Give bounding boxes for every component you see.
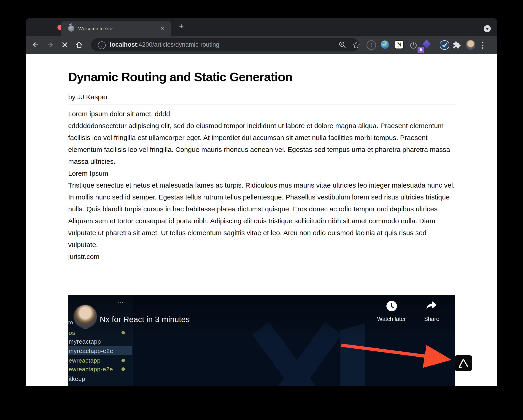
explorer-item-ewreactapp: ewreactapp bbox=[68, 356, 132, 365]
explorer-item-label: myreactapp-e2e bbox=[69, 347, 113, 355]
article-paragraph: cddddddonsectetur adipiscing elit, sed d… bbox=[68, 120, 455, 168]
explorer-item-label: itkeep bbox=[69, 375, 85, 382]
browser-tab[interactable]: Welcome to site! ✕ bbox=[61, 21, 171, 36]
page-title: Dynamic Routing and Static Generation bbox=[68, 70, 455, 84]
new-tab-button[interactable]: + bbox=[177, 22, 186, 31]
article: Dynamic Routing and Static Generation by… bbox=[68, 54, 455, 263]
screenshot-stage: Welcome to site! ✕ + i loca bbox=[0, 0, 523, 420]
explorer-item-label: s bbox=[69, 385, 72, 386]
modified-dot-icon bbox=[122, 367, 125, 371]
share-button[interactable]: Share bbox=[419, 316, 444, 322]
thumbnail-ellipsis: ⋯ bbox=[117, 299, 124, 306]
tab-close-icon[interactable]: ✕ bbox=[159, 25, 166, 32]
profile-avatar[interactable] bbox=[466, 40, 475, 50]
stop-loading-button[interactable] bbox=[60, 40, 70, 50]
address-bar[interactable]: i localhost:4200/articles/dynamic-routin… bbox=[91, 38, 359, 51]
divider bbox=[68, 105, 455, 105]
explorer-item-label: myreactapp bbox=[69, 338, 101, 345]
modified-dot-icon bbox=[122, 359, 125, 362]
tab-favicon-globe-icon bbox=[68, 25, 74, 32]
youtube-embed[interactable]: osmyreactappmyreactapp-e2eewreactappewre… bbox=[68, 295, 455, 386]
explorer-item-label: ewreactapp-e2e bbox=[69, 366, 113, 373]
chevron-down-icon bbox=[486, 28, 489, 30]
extensions-puzzle-icon[interactable] bbox=[453, 40, 461, 49]
extension-badge: 5 bbox=[417, 46, 425, 53]
zoom-page-icon[interactable] bbox=[339, 41, 346, 49]
explorer-item-myreactapp: myreactapp bbox=[68, 337, 132, 346]
watch-later-icon[interactable] bbox=[386, 301, 397, 311]
extension-notion-icon[interactable]: N bbox=[395, 40, 404, 49]
channel-avatar[interactable] bbox=[73, 305, 98, 329]
video-title-link[interactable]: Nx for React in 3 minutes bbox=[100, 315, 190, 324]
article-paragraph: Lorem ipsum dolor sit amet, dddd bbox=[68, 108, 455, 120]
scroll-to-top-button[interactable] bbox=[454, 355, 472, 371]
watch-later-button[interactable]: Watch later bbox=[372, 316, 411, 322]
explorer-item-s: s bbox=[68, 383, 132, 386]
browser-toolbar: i localhost:4200/articles/dynamic-routin… bbox=[26, 36, 497, 54]
extension-alert-icon[interactable]: ! bbox=[367, 40, 376, 50]
extension-power-icon[interactable] bbox=[409, 41, 418, 50]
extension-earth-icon[interactable] bbox=[381, 40, 389, 49]
site-info-icon[interactable]: i bbox=[98, 41, 106, 49]
explorer-item-myreactapp-e2e: myreactapp-e2e bbox=[68, 346, 132, 355]
explorer-item-ewreactapp-e2e: ewreactapp-e2e bbox=[68, 364, 132, 373]
page-content: Dynamic Routing and Static Generation by… bbox=[26, 54, 497, 386]
browser-menu-icon[interactable] bbox=[482, 41, 483, 49]
bookmark-star-icon[interactable] bbox=[352, 41, 360, 49]
tab-strip: Welcome to site! ✕ + bbox=[26, 18, 497, 36]
browser-window: Welcome to site! ✕ + i loca bbox=[26, 18, 497, 386]
explorer-item-itkeep: itkeep bbox=[68, 374, 132, 383]
forward-button[interactable] bbox=[45, 40, 55, 50]
explorer-item-label: ewreactapp bbox=[69, 357, 100, 364]
article-link[interactable]: juristr.com bbox=[68, 251, 455, 263]
tab-title: Welcome to site! bbox=[78, 26, 114, 31]
article-body: Lorem ipsum dolor sit amet, ddddcddddddo… bbox=[68, 108, 455, 251]
thumbnail-partial-text: ro bbox=[68, 319, 73, 326]
home-button[interactable] bbox=[74, 40, 84, 50]
back-button[interactable] bbox=[31, 40, 41, 50]
article-paragraph: Lorem Ipsum bbox=[68, 168, 455, 179]
tab-search-button[interactable] bbox=[484, 25, 491, 32]
url-text: localhost:4200/articles/dynamic-routing bbox=[110, 41, 219, 48]
share-icon[interactable] bbox=[426, 301, 437, 311]
article-paragraph: Tristique senectus et netus et malesuada… bbox=[68, 179, 455, 251]
article-byline: by JJ Kasper bbox=[68, 93, 455, 101]
extension-check-icon[interactable] bbox=[440, 40, 449, 50]
